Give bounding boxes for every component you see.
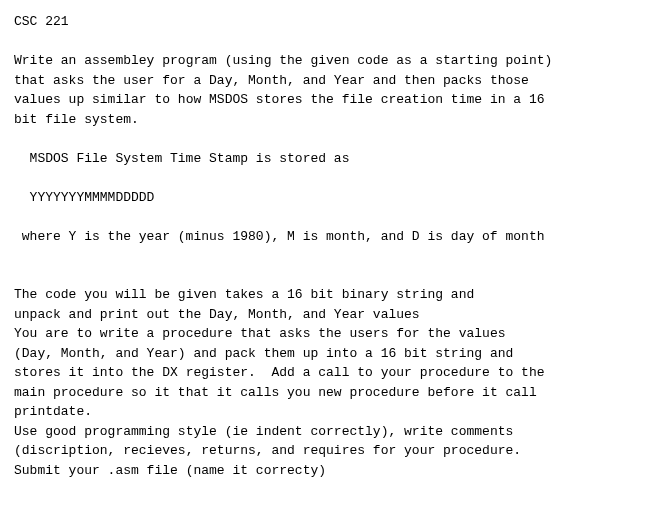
intro-para-line: bit file system.	[14, 110, 653, 130]
instructions-line: (Day, Month, and Year) and pack them up …	[14, 344, 653, 364]
instructions-line: stores it into the DX register. Add a ca…	[14, 363, 653, 383]
intro-para-line: Write an assembley program (using the gi…	[14, 51, 653, 71]
instructions-line: printdate.	[14, 402, 653, 422]
instructions-line: Use good programming style (ie indent co…	[14, 422, 653, 442]
course-header: CSC 221	[14, 12, 653, 32]
msdos-intro-line: MSDOS File System Time Stamp is stored a…	[14, 149, 653, 169]
blank-line	[14, 207, 653, 227]
bitfield-format: YYYYYYYMMMMDDDDD	[14, 188, 653, 208]
intro-para-line: values up similar to how MSDOS stores th…	[14, 90, 653, 110]
instructions-line: main procedure so it that it calls you n…	[14, 383, 653, 403]
instructions-line: Submit your .asm file (name it correcty)	[14, 461, 653, 481]
blank-line	[14, 32, 653, 52]
instructions-line: You are to write a procedure that asks t…	[14, 324, 653, 344]
instructions-line: (discription, recieves, returns, and req…	[14, 441, 653, 461]
blank-line	[14, 266, 653, 286]
intro-para-line: that asks the user for a Day, Month, and…	[14, 71, 653, 91]
blank-line	[14, 246, 653, 266]
where-explanation: where Y is the year (minus 1980), M is m…	[14, 227, 653, 247]
blank-line	[14, 168, 653, 188]
blank-line	[14, 129, 653, 149]
instructions-line: The code you will be given takes a 16 bi…	[14, 285, 653, 305]
instructions-line: unpack and print out the Day, Month, and…	[14, 305, 653, 325]
